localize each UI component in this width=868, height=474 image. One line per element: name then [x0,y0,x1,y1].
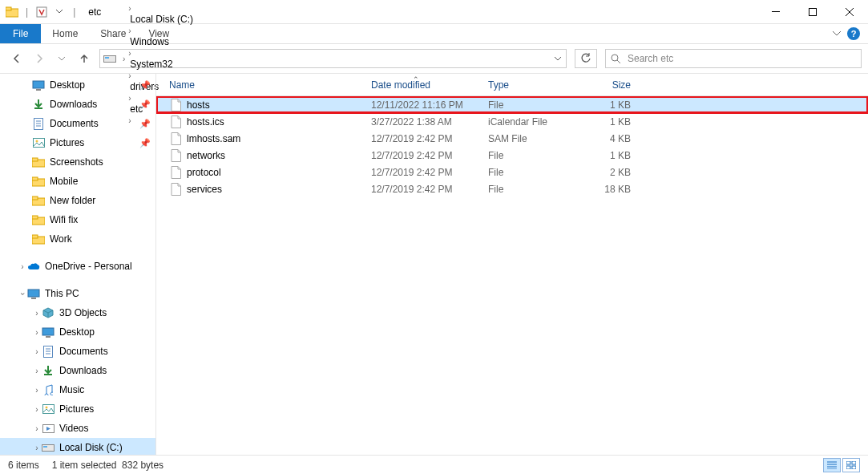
expand-icon[interactable]: › [18,262,27,271]
column-size[interactable]: Size [579,79,636,91]
refresh-button[interactable] [575,49,597,68]
file-icon [169,115,182,128]
breadcrumb-segment[interactable]: This PC [127,0,196,2]
svg-rect-4 [809,8,817,15]
breadcrumb-segment[interactable]: Local Disk (C:) [127,14,196,25]
file-row[interactable]: hosts.ics3/27/2022 1:38 AMiCalendar File… [156,113,868,130]
file-row[interactable]: services12/7/2019 2:42 PMFile18 KB [156,180,868,197]
column-name[interactable]: Name [164,79,366,91]
recent-dropdown-icon[interactable] [51,48,72,69]
chevron-right-icon[interactable]: › [127,26,132,35]
thumbnails-view-button[interactable] [842,458,860,472]
file-row[interactable]: hosts12/11/2022 11:16 PMFile1 KB [156,96,868,113]
qat-dropdown-icon[interactable] [52,3,67,21]
sidebar-item[interactable]: Wifi fix [0,210,155,229]
sidebar-item[interactable]: ›Music [0,380,155,399]
sidebar-item[interactable]: Mobile [0,172,155,191]
expand-icon[interactable]: › [32,328,42,337]
file-type: iCalendar File [483,116,579,128]
expand-icon[interactable]: › [32,405,42,414]
sidebar-item-label: New folder [50,195,151,206]
pin-icon: 📌 [139,119,151,129]
forward-button[interactable] [29,48,50,69]
expand-icon[interactable]: › [32,309,42,318]
sidebar-item-thispc[interactable]: › This PC [0,284,155,303]
sidebar-item[interactable]: Screenshots [0,152,155,172]
breadcrumb[interactable]: › This PC›Local Disk (C:)›Windows›System… [99,49,567,68]
file-date: 12/7/2019 2:42 PM [366,150,483,161]
sidebar-item[interactable]: ›Documents [0,342,155,361]
svg-rect-5 [104,56,116,63]
ribbon-expand-icon[interactable] [833,31,841,36]
expand-icon[interactable]: › [32,386,42,395]
chevron-right-icon[interactable]: › [127,49,132,58]
sidebar-item[interactable]: Documents📌 [0,114,155,133]
address-history-icon[interactable] [550,50,566,67]
column-type[interactable]: Type [483,79,579,91]
sidebar-item[interactable]: Work [0,229,155,249]
tab-home[interactable]: Home [41,24,89,43]
collapse-icon[interactable]: › [18,289,27,298]
expand-icon[interactable]: › [32,424,42,433]
sidebar-item-onedrive[interactable]: › OneDrive - Personal [0,257,155,276]
desktop-icon [32,79,45,91]
help-icon[interactable]: ? [847,27,860,40]
chevron-right-icon[interactable]: › [121,55,127,63]
sidebar-item[interactable]: ›3D Objects [0,303,155,322]
sidebar-item[interactable]: Desktop📌 [0,75,155,95]
file-size: 1 KB [579,150,636,161]
svg-rect-9 [36,89,41,91]
details-view-button[interactable] [823,458,841,472]
sidebar-item-label: Downloads [50,99,136,110]
sidebar-item-label: Local Disk (C:) [59,442,151,453]
sidebar-item[interactable]: ›Pictures [0,399,155,419]
svg-point-12 [35,140,38,143]
file-name: hosts [187,99,210,111]
close-button[interactable] [831,0,868,24]
sidebar-item[interactable]: ›Local Disk (C:) [0,438,155,455]
sidebar-item[interactable]: ›Desktop [0,322,155,342]
search-input[interactable] [605,49,862,68]
maximize-button[interactable] [794,0,831,24]
status-bar: 6 items 1 item selected 832 bytes [0,455,868,474]
file-icon [169,149,182,162]
file-date: 12/11/2022 11:16 PM [366,99,483,111]
column-date[interactable]: Date modified [366,79,483,91]
file-row[interactable]: networks12/7/2019 2:42 PMFile1 KB [156,147,868,164]
3d-icon [42,306,55,319]
sort-indicator-icon: ⌃ [413,75,419,83]
main-content: Desktop📌Downloads📌Documents📌Pictures📌Scr… [0,73,868,455]
chevron-right-icon[interactable]: › [127,4,132,13]
search-icon [611,54,621,64]
sidebar-item[interactable]: ›Downloads [0,361,155,380]
file-type: File [483,150,579,161]
back-button[interactable] [6,48,27,69]
downloads-icon [42,364,55,377]
expand-icon[interactable]: › [32,367,42,375]
sidebar-item[interactable]: Downloads📌 [0,95,155,114]
tab-file[interactable]: File [0,24,41,43]
file-name: protocol [187,167,221,178]
file-size: 4 KB [579,133,636,144]
sidebar-item[interactable]: New folder [0,191,155,210]
sidebar-item[interactable]: Pictures📌 [0,133,155,152]
expand-icon[interactable]: › [32,347,42,356]
svg-rect-35 [846,466,850,469]
breadcrumb-segment[interactable]: System32 [127,59,196,70]
file-size: 1 KB [579,99,636,111]
sidebar-item-label: Videos [59,423,151,434]
breadcrumb-segment[interactable]: Windows [127,36,196,47]
up-button[interactable] [74,48,95,69]
file-name: services [187,184,222,195]
expand-icon[interactable]: › [32,444,42,452]
file-row[interactable]: protocol12/7/2019 2:42 PMFile2 KB [156,164,868,180]
properties-icon[interactable] [34,3,49,21]
sidebar-item-label: This PC [45,288,151,299]
search-field[interactable] [626,52,856,65]
file-row[interactable]: lmhosts.sam12/7/2019 2:42 PMSAM File4 KB [156,130,868,147]
documents-icon [42,345,55,358]
file-name: lmhosts.sam [187,133,240,144]
minimize-button[interactable] [757,0,794,24]
sidebar-item[interactable]: ›Videos [0,419,155,438]
svg-rect-25 [42,328,54,335]
